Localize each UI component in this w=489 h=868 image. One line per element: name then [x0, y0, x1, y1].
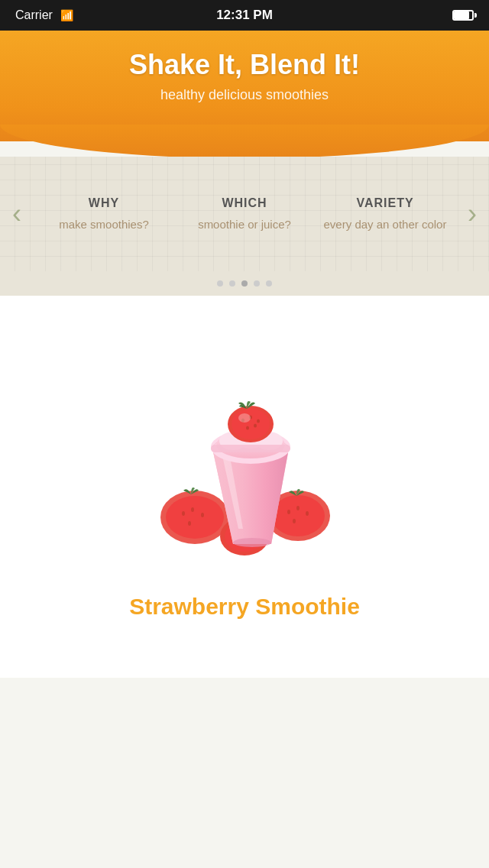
- dot-3: [241, 280, 248, 287]
- dot-5: [266, 280, 272, 287]
- smoothie-image-container: [122, 326, 367, 571]
- main-content: Strawberry Smoothie: [0, 296, 489, 678]
- svg-point-8: [287, 510, 290, 514]
- smoothie-title: Strawberry Smoothie: [129, 594, 360, 620]
- svg-point-30: [233, 538, 271, 547]
- nav-next-arrow[interactable]: ›: [455, 200, 489, 228]
- wifi-icon: 📶: [60, 9, 73, 21]
- svg-point-23: [232, 409, 270, 439]
- nav-item-which-title: WHICH: [180, 196, 309, 210]
- nav-item-variety[interactable]: VARIETY every day an other color: [315, 196, 455, 232]
- svg-point-1: [166, 496, 224, 539]
- carrier-label: Carrier: [15, 8, 53, 22]
- smoothie-image: [122, 326, 367, 571]
- nav-item-variety-title: VARIETY: [321, 196, 449, 210]
- nav-section: ‹ WHY make smoothies? WHICH smoothie or …: [0, 157, 489, 271]
- svg-point-28: [254, 424, 257, 428]
- svg-point-26: [257, 419, 260, 423]
- status-bar-left: Carrier 📶: [15, 8, 73, 22]
- battery-icon: [452, 10, 474, 21]
- svg-point-10: [306, 511, 309, 516]
- dot-2: [229, 280, 235, 287]
- svg-point-7: [271, 495, 325, 536]
- dot-4: [254, 280, 260, 287]
- svg-point-11: [293, 519, 296, 523]
- nav-item-variety-desc: every day an other color: [321, 216, 449, 232]
- app-header: Shake It, Blend It! healthy delicious sm…: [0, 31, 489, 141]
- nav-item-why-desc: make smoothies?: [40, 216, 168, 232]
- svg-point-2: [182, 511, 185, 516]
- nav-item-why[interactable]: WHY make smoothies?: [34, 196, 174, 232]
- nav-prev-arrow[interactable]: ‹: [0, 200, 34, 228]
- svg-point-5: [188, 521, 191, 526]
- dot-1: [217, 280, 223, 287]
- svg-point-27: [246, 426, 249, 430]
- app-subtitle: healthy delicious smoothies: [15, 87, 474, 103]
- dots-indicator: [0, 271, 489, 296]
- nav-items: WHY make smoothies? WHICH smoothie or ju…: [34, 196, 455, 232]
- svg-point-4: [201, 513, 204, 517]
- svg-point-3: [191, 507, 194, 512]
- svg-rect-31: [211, 445, 290, 452]
- nav-item-which[interactable]: WHICH smoothie or juice?: [174, 196, 315, 232]
- status-bar-time: 12:31 PM: [216, 8, 273, 23]
- svg-point-29: [238, 413, 251, 423]
- nav-item-why-title: WHY: [40, 196, 168, 210]
- app-title: Shake It, Blend It!: [15, 49, 474, 81]
- nav-item-which-desc: smoothie or juice?: [180, 216, 309, 232]
- svg-point-9: [296, 506, 300, 510]
- status-bar: Carrier 📶 12:31 PM: [0, 0, 489, 31]
- status-bar-right: [452, 10, 474, 21]
